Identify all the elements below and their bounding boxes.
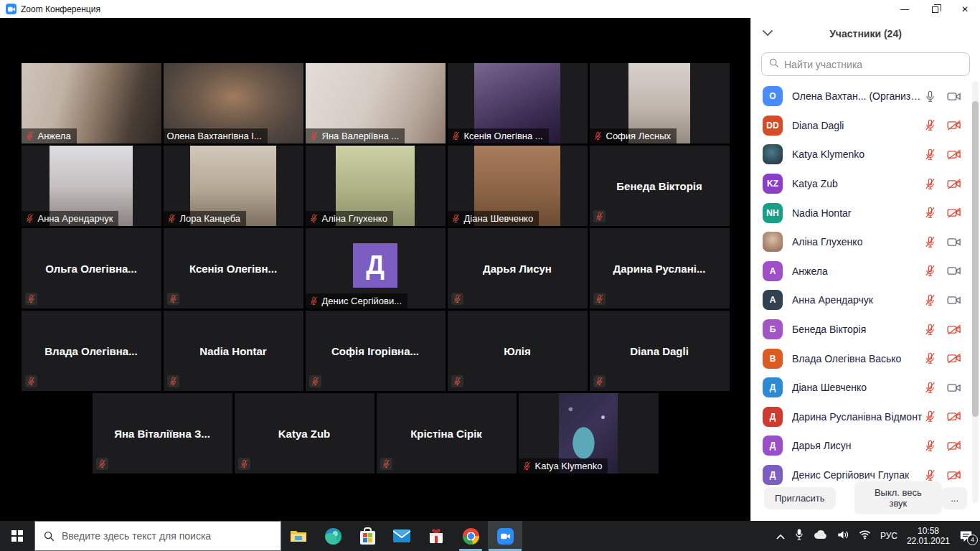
gift-taskbar-icon[interactable] — [419, 521, 453, 551]
mic-muted-icon — [451, 131, 461, 141]
video-tile[interactable]: Діана Шевченко — [448, 146, 588, 226]
video-tile[interactable]: Анна Арендарчук — [22, 146, 161, 226]
video-tile[interactable]: Олена Вахтангівна І... — [164, 63, 303, 143]
avatar: Б — [763, 319, 783, 339]
avatar: В — [763, 349, 783, 369]
language-indicator[interactable]: РУС — [880, 531, 897, 541]
participant-row[interactable]: ААнжела — [751, 257, 980, 286]
taskbar-search-placeholder: Введите здесь текст для поиска — [62, 530, 211, 542]
tile-mic-muted-icon — [25, 375, 37, 387]
mic-muted-icon — [27, 294, 36, 303]
video-tile[interactable]: Ольга Олегівна... — [22, 228, 161, 309]
scrollbar-thumb[interactable] — [972, 101, 979, 417]
video-tile[interactable]: Яна Валеріївна ... — [306, 63, 446, 143]
collapse-panel-chevron-down-icon[interactable] — [763, 27, 773, 39]
avatar — [763, 144, 783, 164]
camera-off-icon — [947, 352, 961, 364]
action-center-icon[interactable]: 4 — [959, 530, 973, 542]
mic-muted-icon — [453, 377, 462, 386]
video-tile[interactable]: Ксенія Олегівна ... — [448, 63, 588, 143]
window-titlebar: Zoom Конференция — ✕ — [0, 0, 980, 18]
participant-row[interactable]: KZKatya Zub — [751, 169, 980, 199]
file-explorer-taskbar-icon[interactable] — [281, 521, 316, 551]
video-tile[interactable]: Лора Канцеба — [164, 146, 303, 226]
mute-all-button[interactable]: Выкл. весь звук — [854, 481, 943, 514]
chrome-taskbar-icon[interactable] — [453, 521, 488, 551]
participant-name: Аліна Глухенко — [792, 236, 862, 248]
tile-mic-muted-icon — [451, 293, 463, 305]
mic-muted-icon — [311, 377, 320, 386]
tile-name-label: Лора Канцеба — [164, 211, 247, 226]
video-tile[interactable]: Nadia Hontar — [164, 311, 303, 391]
more-options-button[interactable]: ... — [942, 487, 967, 509]
panel-scrollbar[interactable] — [972, 81, 979, 503]
close-button[interactable]: ✕ — [950, 0, 980, 18]
tray-onedrive-icon[interactable] — [814, 529, 828, 542]
video-tile[interactable]: Аліна Глухенко — [306, 146, 446, 226]
avatar: Д — [763, 407, 783, 427]
mic-muted-icon — [924, 294, 936, 306]
tray-microphone-icon[interactable] — [794, 528, 804, 544]
zoom-taskbar-icon[interactable] — [488, 521, 522, 551]
minimize-button[interactable]: — — [890, 0, 920, 18]
video-tile[interactable]: Diana Dagli — [590, 311, 730, 391]
invite-button[interactable]: Пригласить — [764, 487, 836, 509]
participant-row[interactable]: Аліна Глухенко — [751, 227, 980, 257]
restore-button[interactable] — [920, 0, 950, 18]
participant-row[interactable]: ВВлада Олегівна Васько — [751, 344, 980, 373]
video-tile[interactable]: Ксенія Олегівн... — [164, 228, 303, 309]
participant-row[interactable]: DDDiana Dagli — [751, 111, 980, 141]
mic-muted-icon — [451, 214, 461, 223]
video-tile[interactable]: Д Денис Сергійови... — [306, 228, 446, 309]
mic-muted-icon — [309, 131, 319, 141]
start-button[interactable] — [0, 521, 34, 551]
video-tile[interactable]: Влада Олегівна... — [22, 311, 161, 391]
mic-muted-icon — [924, 207, 936, 219]
participant-row[interactable]: ААнна Арендарчук — [751, 286, 980, 315]
participant-row[interactable]: Katya Klymenko — [751, 140, 980, 169]
participant-row[interactable]: ДДарина Русланівна Відмонт — [751, 402, 980, 432]
tile-name-label: Аліна Глухенко — [306, 211, 393, 226]
video-tile[interactable]: Бенеда Вікторія — [590, 146, 730, 226]
video-tile[interactable]: Анжела — [22, 63, 161, 143]
participant-row[interactable]: NHNadia Hontar — [751, 198, 980, 227]
store-taskbar-icon[interactable] — [350, 521, 385, 551]
tile-name-label: Анна Арендарчук — [22, 211, 119, 226]
tray-wifi-icon[interactable] — [859, 529, 871, 542]
participant-row[interactable]: ДДарья Лисун — [751, 431, 980, 461]
camera-on-icon — [947, 236, 961, 248]
edge-taskbar-icon[interactable] — [316, 521, 350, 551]
tile-name-label: Diana Dagli — [590, 311, 730, 391]
video-tile[interactable]: Софія Ігорівна... — [306, 311, 446, 391]
video-tile[interactable]: Дарья Лисун — [448, 228, 588, 309]
participant-row[interactable]: ООлена Вахтан... (Организатор, я) — [751, 82, 980, 111]
participants-title: Участники (24) — [829, 28, 902, 39]
clock[interactable]: 10:58 22.01.2021 — [907, 526, 950, 546]
video-tile[interactable]: Юлія — [448, 311, 588, 391]
participant-name: Денис Сергійович Глупак — [792, 469, 909, 481]
video-tile[interactable]: Katya Klymenko — [519, 393, 659, 474]
mic-muted-icon — [593, 131, 603, 141]
participant-row[interactable]: ББенеда Вікторія — [751, 315, 980, 344]
tray-speaker-icon[interactable] — [837, 529, 849, 543]
video-tile[interactable]: София Лесных — [590, 63, 730, 143]
video-tile[interactable]: Дарина Руслані... — [590, 228, 730, 309]
camera-on-icon — [947, 90, 961, 103]
tile-mic-muted-icon — [593, 210, 606, 222]
participant-search-input[interactable]: Найти участника — [761, 52, 970, 76]
participant-name: Katya Zub — [792, 178, 838, 189]
tile-mic-muted-icon — [593, 375, 606, 387]
video-tile[interactable]: Крістіна Сірік — [377, 393, 517, 474]
video-tile[interactable]: Яна Віталіївна З... — [93, 393, 232, 474]
mic-muted-icon — [522, 461, 532, 471]
mic-muted-icon — [924, 265, 936, 277]
tray-chevron-up-icon[interactable] — [776, 529, 785, 542]
mail-taskbar-icon[interactable] — [385, 521, 419, 551]
mic-muted-icon — [924, 382, 936, 394]
taskbar-search-input[interactable]: Введите здесь текст для поиска — [34, 521, 281, 551]
avatar: А — [763, 290, 783, 310]
video-tile[interactable]: Katya Zub — [235, 393, 374, 474]
tile-mic-muted-icon — [309, 375, 321, 387]
participant-row[interactable]: ДДіана Шевченко — [751, 373, 980, 402]
tile-name-label: Дарья Лисун — [448, 228, 588, 309]
